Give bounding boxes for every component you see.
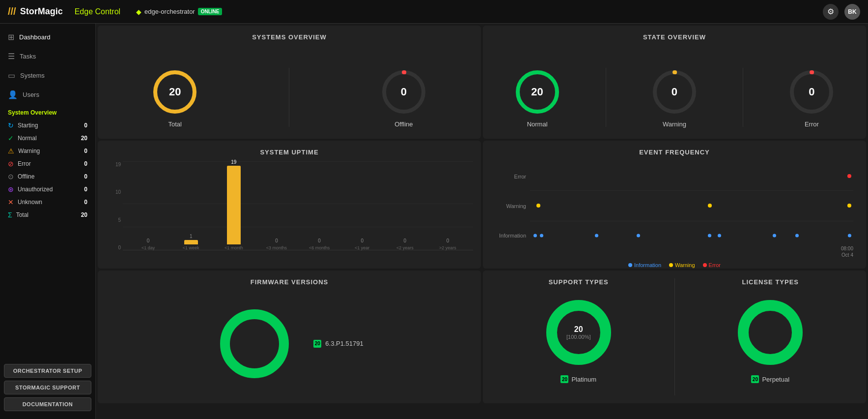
- online-status: ONLINE: [198, 8, 223, 15]
- bar-val-2yr: 0: [404, 238, 407, 243]
- header-right: ⚙ BK: [823, 4, 860, 20]
- sidebar-item-total[interactable]: Σ Total 20: [0, 209, 95, 221]
- warning-dot-3: [847, 204, 851, 208]
- orchestrator-badge: ◆ edge-orchestrator ONLINE: [136, 8, 222, 16]
- bar-group-1yr: 0 <1 year: [341, 238, 384, 250]
- info-dot-6: [718, 234, 721, 238]
- error-label: Error: [18, 160, 31, 167]
- error-state-label: Error: [805, 120, 819, 128]
- error-icon: ⊘: [8, 160, 14, 168]
- support-count-badge: 20: [560, 375, 568, 383]
- sidebar-item-dashboard[interactable]: ⊞ Dashboard: [0, 28, 95, 47]
- support-legend: 20 Platinum: [560, 375, 596, 383]
- starting-count: 0: [84, 122, 87, 129]
- license-donut: [733, 296, 807, 369]
- stormagic-support-button[interactable]: STORMAGIC SUPPORT: [4, 381, 91, 394]
- system-uptime-title: SYSTEM UPTIME: [106, 149, 473, 156]
- license-legend: 20 Perpetual: [751, 375, 789, 383]
- normal-donut: 20: [513, 67, 562, 117]
- offline-gauge: 0 Offline: [379, 67, 428, 128]
- normal-state-label: Normal: [527, 120, 548, 128]
- chart-area: 0 <1 day 1 <1 week 19: [123, 162, 473, 250]
- layout: ⊞ Dashboard ☰ Tasks ▭ Systems 👤 Users Sy…: [0, 24, 868, 419]
- warning-event-row: [530, 191, 853, 221]
- total-gauge: 20 Total: [150, 67, 199, 128]
- bar-label-1yr: <1 year: [355, 245, 369, 250]
- bar-val-3mo: 0: [275, 238, 278, 243]
- sidebar-item-unknown[interactable]: ✕ Unknown 0: [0, 196, 95, 209]
- starting-label: Starting: [18, 122, 38, 129]
- warning-legend-label: Warning: [675, 262, 695, 268]
- firmware-legend-item: 20 6.3.P1.51791: [313, 340, 363, 348]
- starting-icon: ↻: [8, 121, 14, 129]
- offline-count: 0: [84, 173, 87, 180]
- y-label-0: 0: [118, 245, 121, 250]
- support-type-label: Platinum: [571, 376, 596, 383]
- sidebar-item-starting[interactable]: ↻ Starting 0: [0, 119, 95, 132]
- orchestrator-icon: ◆: [136, 8, 141, 16]
- bar-val-1yr: 0: [361, 238, 364, 243]
- support-types-title: SUPPORT TYPES: [491, 278, 667, 286]
- offline-donut: 0: [379, 67, 428, 117]
- dashboard-label: Dashboard: [19, 33, 51, 41]
- sidebar-bottom: ORCHESTRATOR SETUP STORMAGIC SUPPORT DOC…: [0, 360, 95, 415]
- sidebar-item-systems[interactable]: ▭ Systems: [0, 66, 95, 85]
- users-icon: 👤: [8, 90, 18, 99]
- warning-label: Warning: [18, 148, 40, 154]
- information-row-label: Information: [499, 233, 526, 239]
- support-donut: 20 [100.00%]: [542, 296, 616, 369]
- settings-button[interactable]: ⚙: [823, 4, 839, 20]
- sidebar-item-unauthorized[interactable]: ⊛ Unauthorized 0: [0, 183, 95, 196]
- bar-group-2yr-plus: 0 >2 years: [426, 238, 469, 250]
- bar-group-2yr: 0 <2 years: [384, 238, 426, 250]
- unknown-count: 0: [84, 199, 87, 206]
- legend-error: Error: [703, 262, 721, 268]
- sidebar-item-offline[interactable]: ⊙ Offline 0: [0, 170, 95, 183]
- info-dot-4: [637, 234, 640, 238]
- logo: /// StorMagic: [8, 6, 63, 17]
- svg-point-15: [743, 305, 797, 359]
- event-timestamp: 08:00Oct 4: [841, 245, 853, 258]
- normal-gauge: 20 Normal: [513, 67, 562, 128]
- sidebar-item-users[interactable]: 👤 Users: [0, 85, 95, 104]
- unknown-icon: ✕: [8, 198, 14, 206]
- orchestrator-setup-button[interactable]: ORCHESTRATOR SETUP: [4, 364, 91, 378]
- bars-container: 0 <1 day 1 <1 week 19: [123, 162, 473, 250]
- unauthorized-icon: ⊛: [8, 185, 14, 193]
- sidebar-item-normal[interactable]: ✓ Normal 20: [0, 132, 95, 145]
- error-dot-1: [847, 174, 851, 178]
- warning-count: 0: [84, 148, 87, 154]
- system-overview-section: System Overview: [0, 104, 95, 119]
- firmware-donut: [215, 304, 294, 383]
- license-count-badge: 20: [751, 375, 759, 383]
- normal-label: Normal: [18, 135, 37, 142]
- bar-group-week: 1 <1 week: [169, 234, 212, 250]
- warning-legend-dot: [669, 263, 673, 267]
- systems-overview-card: SYSTEMS OVERVIEW 20 Total: [98, 26, 481, 139]
- sidebar-item-warning[interactable]: ⚠ Warning 0: [0, 145, 95, 157]
- divider2: [606, 68, 606, 127]
- y-label-10: 10: [115, 189, 121, 195]
- bar-label-3mo: <3 months: [266, 245, 287, 250]
- normal-icon: ✓: [8, 134, 14, 142]
- offline-value: 0: [401, 86, 407, 98]
- sidebar-item-tasks[interactable]: ☰ Tasks: [0, 47, 95, 66]
- tasks-label: Tasks: [20, 53, 36, 60]
- support-donut-center: 20 [100.00%]: [566, 325, 591, 340]
- avatar-button[interactable]: BK: [844, 4, 860, 20]
- error-state-value: 0: [809, 86, 814, 98]
- info-dot-8: [795, 234, 799, 238]
- sidebar-item-error[interactable]: ⊘ Error 0: [0, 157, 95, 170]
- logo-icon: ///: [8, 6, 16, 17]
- info-dot-5: [708, 234, 711, 238]
- state-overview-content: 20 Normal 0 Warning: [491, 47, 858, 144]
- total-label: Total: [168, 120, 181, 128]
- total-count: 20: [81, 211, 87, 218]
- documentation-button[interactable]: DOCUMENTATION: [4, 397, 91, 411]
- systems-overview-content: 20 Total 0 Offline: [106, 47, 473, 144]
- bar-group-day: 0 <1 day: [127, 238, 169, 250]
- event-frequency-title: EVENT FREQUENCY: [491, 149, 858, 156]
- normal-state-value: 20: [531, 86, 543, 98]
- info-dot-3: [595, 234, 598, 238]
- info-dot-7: [773, 234, 776, 238]
